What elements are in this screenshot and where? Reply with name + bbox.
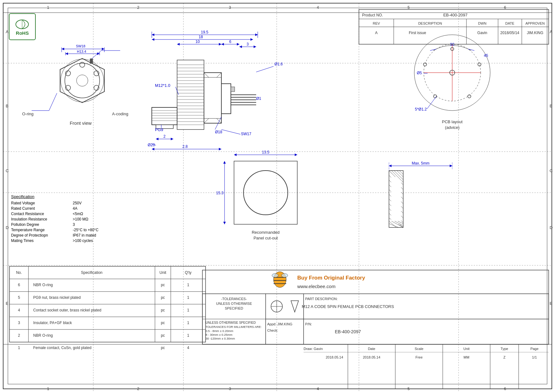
svg-text:Check:: Check: [267,329,278,332]
svg-text:(advice): (advice) [445,125,459,130]
svg-text:EB-400-2097: EB-400-2097 [335,329,361,334]
svg-marker-35 [60,58,104,103]
svg-marker-126 [254,45,256,48]
svg-text:5: 5 [18,295,20,300]
svg-line-133 [215,117,221,130]
svg-line-185 [389,185,403,199]
svg-text:Free: Free [416,355,423,359]
svg-line-161 [468,49,474,51]
svg-marker-52 [62,48,64,50]
svg-rect-194 [389,171,403,178]
svg-line-90 [204,118,209,123]
svg-rect-193 [391,174,401,224]
specification-section: Specification Rated Voltage 250V Rated C… [11,194,150,244]
svg-line-128 [256,66,274,72]
svg-text:Max. 5mm: Max. 5mm [412,161,429,166]
svg-rect-64 [177,60,204,130]
svg-point-319 [281,274,288,277]
svg-text:C: C [550,168,552,173]
svg-line-47 [92,51,101,59]
svg-rect-105 [156,125,173,129]
svg-point-314 [274,272,286,287]
svg-rect-99 [152,107,177,125]
svg-rect-255 [266,294,304,319]
svg-text:UNLESS OTHERWISE SPECIFIED: UNLESS OTHERWISE SPECIFIED [206,321,256,324]
svg-text:DWN: DWN [478,21,486,25]
svg-line-200 [399,171,403,174]
svg-text:2: 2 [18,333,20,338]
spec-row-4: Insulation Resistance >100 MΩ [11,217,150,221]
svg-point-153 [478,63,481,66]
spec-row-6: Temperature Range -25°C to +80°C [11,228,150,232]
svg-text:Appd: JIM.KING: Appd: JIM.KING [267,322,292,326]
svg-text:Contact socket outer, brass ni: Contact socket outer, brass nickel plate… [33,308,101,312]
svg-text:2: 2 [163,134,166,139]
spec-row-8: Mating Times >100 cycles [11,238,150,243]
svg-point-41 [65,85,71,90]
svg-rect-294 [359,9,549,44]
svg-text:www.elecbee.com: www.elecbee.com [297,284,336,289]
svg-text:PG9: PG9 [155,127,163,132]
svg-marker-208 [450,165,452,167]
svg-text:Unit: Unit [463,347,470,351]
svg-text:Type: Type [501,347,508,351]
svg-text:15.3: 15.3 [216,191,224,195]
svg-text:SW17: SW17 [241,132,251,136]
svg-text:M12 A CODE 5PIN FEMALE  PCB CO: M12 A CODE 5PIN FEMALE PCB CONNECTORS [302,304,394,309]
svg-text:1: 1 [47,5,49,10]
svg-text:10: 10 [195,39,200,44]
svg-rect-263 [304,319,549,344]
svg-text:A-coding: A-coding [112,112,128,116]
svg-text:Ø1: Ø1 [256,96,261,101]
svg-text:D: D [550,225,552,230]
svg-text:H13.4: H13.4 [77,50,86,53]
svg-text:pc: pc [161,321,165,325]
svg-marker-53 [102,48,104,50]
svg-line-203 [392,221,403,227]
svg-text:pc: pc [161,295,165,300]
svg-text:Insulator, PA+GF black: Insulator, PA+GF black [33,321,72,325]
spec-row-1: Rated Voltage 250V [11,201,150,205]
svg-line-196 [389,171,395,177]
svg-point-155 [434,95,437,98]
svg-marker-107 [152,33,154,36]
svg-line-198 [394,171,403,180]
svg-line-89 [217,73,221,77]
svg-text:Ø20: Ø20 [148,143,155,147]
svg-text:SW18: SW18 [76,44,85,48]
svg-text:2: 2 [137,5,139,10]
svg-text:Product NO.: Product NO. [362,13,383,17]
svg-marker-121 [221,43,224,45]
svg-text:Gavin: Gavin [477,31,487,35]
svg-text:Panel cut-out: Panel cut-out [254,236,278,240]
svg-line-191 [389,213,403,227]
svg-text:1: 1 [187,308,189,312]
svg-text:Female contact, CuSn, gold pla: Female contact, CuSn, gold plated [33,346,91,350]
svg-point-40 [94,85,99,90]
svg-text:Specification: Specification [81,270,102,275]
svg-text:13.5: 13.5 [262,150,269,154]
svg-point-156 [423,63,427,66]
svg-point-256 [271,301,282,312]
svg-point-158 [414,35,490,111]
svg-text:First issue: First issue [409,31,426,35]
svg-line-160 [430,49,436,51]
svg-text:UNLESS OTHERWISE: UNLESS OTHERWISE [216,302,252,305]
svg-rect-249 [202,270,549,344]
svg-line-197 [392,171,403,182]
svg-text:REV: REV [373,21,380,25]
svg-line-202 [389,224,398,227]
svg-text:A: A [6,29,9,34]
svg-marker-177 [223,222,226,224]
spec-row-5: Pollution Degree 3 [11,222,150,227]
svg-line-199 [397,171,403,177]
svg-marker-140 [156,138,158,140]
svg-line-189 [389,204,403,218]
svg-text:2.8: 2.8 [182,144,188,149]
svg-text:Z: Z [503,355,506,359]
svg-line-188 [389,199,403,213]
svg-text:6: 6 [229,39,231,44]
svg-rect-93 [231,87,235,92]
svg-text:pc: pc [161,308,165,312]
svg-line-183 [389,175,403,190]
